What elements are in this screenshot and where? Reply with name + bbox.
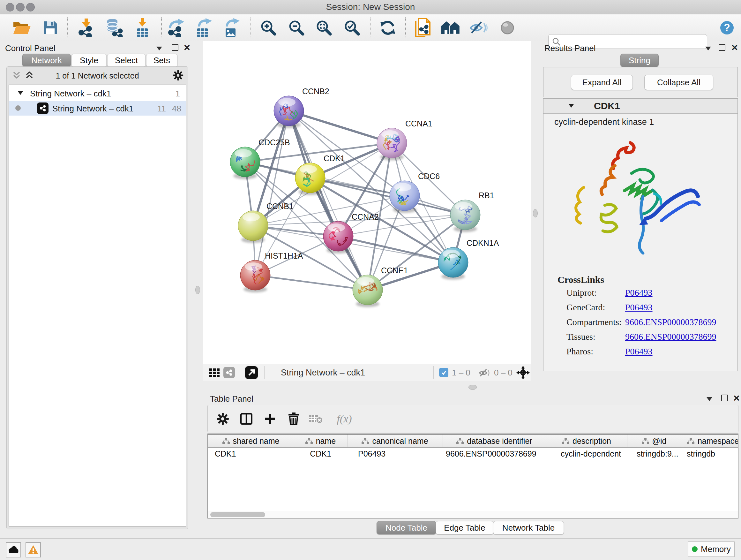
tab-style[interactable]: Style [71,54,107,67]
scrollbar-thumb[interactable] [210,512,265,517]
hidden-eye-slash-icon[interactable] [479,368,491,377]
column-header-description[interactable]: description [546,435,627,447]
network-edge-CCNB2-CCNE1[interactable] [289,111,367,290]
delete-table-button[interactable] [309,412,323,426]
column-header-canonical-name[interactable]: canonical name [347,435,443,447]
network-node-CCNA1[interactable]: CCNA1 [377,119,432,160]
crosslink-value[interactable]: 9606.ENSP00000378699 [625,332,716,342]
zoom-out-button[interactable] [287,18,306,37]
open-session-button[interactable] [12,18,31,37]
hide-unhide-button[interactable] [469,18,488,37]
column-header-database-identifier[interactable]: database identifier [443,435,546,447]
table-panel-menu-caret-icon[interactable] [706,397,712,401]
tab-select[interactable]: Select [107,54,145,67]
table-cell[interactable]: stringdb:9... [627,447,681,460]
tab-node-table[interactable]: Node Table [377,521,436,535]
memory-label: Memory [701,544,731,554]
warnings-button[interactable] [25,542,41,557]
help-button[interactable]: ? [718,18,737,37]
table-cell[interactable]: CDK1 [294,447,347,460]
network-edge-CCNB2-CCNA1[interactable] [289,111,392,143]
zoom-in-button[interactable] [259,18,278,37]
share-document-button[interactable] [413,18,432,37]
string-network-badge-icon [37,103,49,114]
splitter-handle[interactable] [533,209,538,217]
network-row-selected[interactable]: String Network – cdk1 11 48 [9,101,186,116]
table-cell[interactable]: cyclin-dependent ... [546,447,627,460]
network-node-CDK1[interactable]: CDK1 [295,154,345,195]
control-panel-menu-caret-icon[interactable] [156,47,162,51]
control-panel-close-icon[interactable]: × [184,44,190,51]
table-cell[interactable]: CDK1 [208,447,294,460]
column-header-namespace[interactable]: namespace [681,435,738,447]
network-node-CDC25B[interactable]: CDC25B [230,138,290,179]
network-node-HIST1H1A[interactable]: HIST1H1A [240,251,303,293]
export-network-button[interactable] [167,18,186,37]
section-expander-icon[interactable] [568,104,574,108]
expand-all-button[interactable]: Expand All [571,75,633,90]
function-builder-button[interactable]: f(x) [332,412,357,426]
collection-expander-icon[interactable] [18,91,23,95]
results-panel-close-icon[interactable]: × [731,44,738,51]
network-title: String Network – cdk1 [281,364,365,381]
delete-column-button[interactable] [286,412,301,426]
save-session-button[interactable] [41,18,60,37]
selected-checkbox-icon[interactable] [439,368,448,377]
tab-edge-table[interactable]: Edge Table [435,521,494,535]
network-options-gear-icon[interactable] [173,70,184,81]
svg-text:?: ? [724,22,730,33]
column-header-name[interactable]: name [294,435,347,447]
node-section-header[interactable]: CDK1 [543,99,738,114]
splitter-handle[interactable] [195,286,200,294]
column-header-shared-name[interactable]: shared name [208,435,294,447]
network-node-CCNE1[interactable]: CCNE1 [353,266,408,307]
string-view-icon[interactable] [223,367,235,378]
grid-view-icon[interactable] [209,368,219,377]
memory-button[interactable]: Memory [688,542,735,557]
refresh-button[interactable] [378,18,397,37]
network-node-RB1[interactable]: RB1 [450,191,494,232]
import-network-button[interactable] [77,18,96,37]
table-panel-close-icon[interactable]: × [733,394,740,401]
show-columns-button[interactable] [239,412,254,426]
open-in-new-window-button[interactable] [245,366,258,379]
table-cell[interactable]: stringdb [681,447,738,460]
zoom-selected-button[interactable] [342,18,361,37]
columns-icon [240,413,253,425]
create-column-button[interactable] [263,412,277,426]
table-options-button[interactable] [215,412,230,426]
network-node-CDKN1A[interactable]: CDKN1A [438,239,499,280]
crosslink-value[interactable]: 9606.ENSP00000378699 [625,317,716,327]
zoom-fit-button[interactable] [314,18,333,37]
network-collection-row[interactable]: String Network – cdk1 1 [9,86,186,101]
tab-network[interactable]: Network [22,54,71,67]
import-database-button[interactable] [105,18,124,37]
tab-network-table[interactable]: Network Table [493,521,564,535]
crosslink-value[interactable]: P06493 [625,347,653,357]
export-image-button[interactable] [222,18,242,37]
crosslink-value[interactable]: P06493 [625,288,653,298]
results-panel-menu-caret-icon[interactable] [705,47,711,51]
network-view[interactable]: CCNB2CCNA1CDC25BCDK1CDC6RB1CCNB1CCNA2CDK… [203,41,531,364]
navigator-crosshair-icon[interactable] [516,366,530,379]
preview-orb-button[interactable] [498,18,517,37]
table-cell[interactable]: 9606.ENSP00000378699 [443,447,546,460]
collapse-all-button[interactable]: Collapse All [644,75,713,90]
splitter-handle[interactable] [468,385,477,390]
column-header--id[interactable]: @id [627,435,681,447]
toolbar-separator [251,17,251,37]
table-cell[interactable]: P06493 [347,447,443,460]
table-panel-float-icon[interactable] [721,395,728,401]
control-panel-float-icon[interactable] [172,44,179,51]
tab-sets[interactable]: Sets [146,54,178,67]
home-button[interactable] [441,18,461,37]
export-table-button[interactable] [195,18,214,37]
crosslink-value[interactable]: P06493 [625,302,653,313]
tab-string[interactable]: String [620,54,659,67]
results-panel-float-icon[interactable] [719,44,725,51]
network-edge-CCNA2-CDKN1A[interactable] [338,236,453,262]
table-horizontal-scrollbar[interactable] [208,511,738,518]
cloud-status-button[interactable] [6,542,21,557]
import-table-button[interactable] [133,18,152,37]
network-edge-HIST1H1A-CCNE1[interactable] [255,275,367,290]
